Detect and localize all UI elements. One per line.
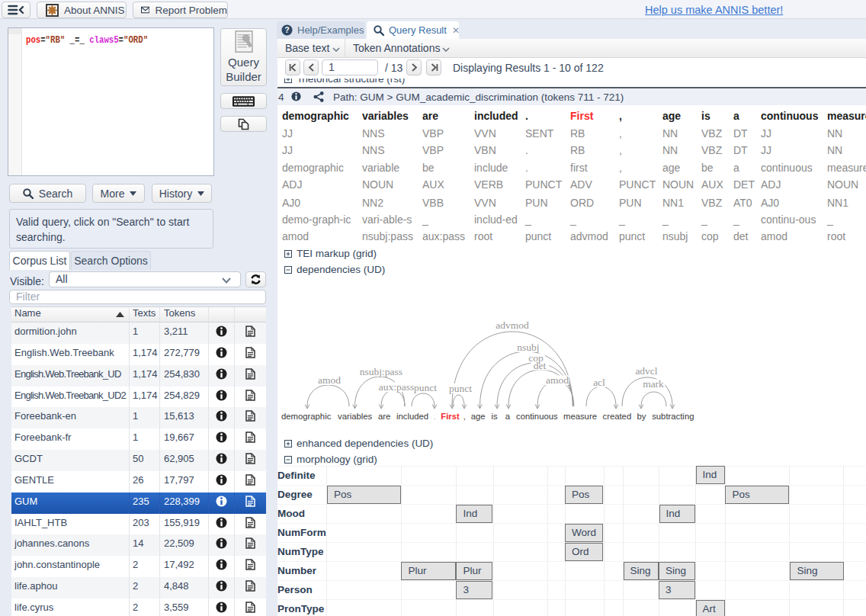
svg-text:is: is: [492, 412, 499, 421]
svg-text:?: ?: [284, 25, 289, 34]
svg-text:nsubj: nsubj: [517, 342, 539, 353]
svg-text:nsubj:pass: nsubj:pass: [360, 366, 403, 377]
svg-text:.: .: [433, 412, 435, 421]
svg-text:a: a: [505, 412, 511, 421]
svg-text:amod: amod: [546, 374, 569, 386]
svg-text:advcl: advcl: [635, 365, 657, 377]
svg-text:acl: acl: [593, 377, 605, 388]
svg-text:measure: measure: [563, 412, 597, 421]
svg-text:amod: amod: [318, 374, 341, 386]
svg-text:subtracting: subtracting: [652, 412, 694, 421]
svg-text:punct: punct: [449, 383, 472, 394]
svg-text:aux:pass: aux:pass: [379, 381, 415, 393]
svg-text:included: included: [396, 412, 428, 421]
svg-text:det: det: [534, 360, 547, 371]
svg-text:by: by: [637, 412, 646, 421]
svg-text:age: age: [471, 412, 486, 421]
svg-text:demographic: demographic: [281, 412, 332, 421]
svg-text:First: First: [441, 412, 460, 421]
svg-text:,: ,: [463, 412, 466, 421]
svg-text:are: are: [378, 412, 390, 421]
svg-text:mark: mark: [643, 378, 664, 390]
svg-text:variables: variables: [338, 412, 373, 421]
svg-text:created: created: [603, 412, 632, 421]
svg-text:continuous: continuous: [516, 412, 558, 421]
svg-text:advmod: advmod: [496, 319, 529, 331]
svg-text:punct: punct: [414, 382, 437, 393]
